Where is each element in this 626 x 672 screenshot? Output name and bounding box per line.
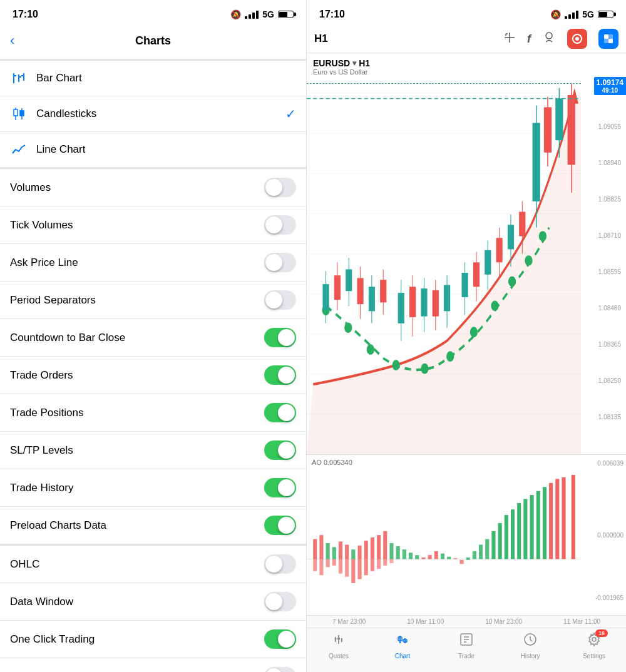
price-time: 49:10: [597, 87, 623, 94]
svg-rect-53: [369, 287, 375, 311]
tick-volumes-toggle[interactable]: [264, 215, 296, 235]
y-label-5: 1.08710: [583, 232, 623, 239]
right-battery: [598, 11, 613, 18]
main-chart[interactable]: EURUSD ▾ H1 Euro vs US Dollar 1.09285 1.…: [307, 53, 626, 455]
trade-history-label: Trade History: [10, 482, 73, 494]
toggle-volumes: Volumes: [0, 169, 306, 206]
period-sep-toggle[interactable]: [264, 290, 296, 310]
switch-button[interactable]: [598, 29, 618, 49]
x-label-3: 11 Mar 11:00: [563, 618, 600, 625]
svg-rect-101: [396, 546, 400, 559]
bottom-nav: Quotes Chart: [307, 628, 626, 672]
countdown-toggle[interactable]: [264, 328, 296, 347]
sl-tp-toggle[interactable]: [264, 440, 296, 460]
svg-rect-116: [491, 531, 495, 559]
svg-rect-104: [415, 555, 419, 559]
y-label-4: 1.08825: [583, 196, 623, 203]
svg-rect-88: [313, 539, 317, 559]
nav-history[interactable]: History: [498, 632, 562, 659]
trade-orders-toggle[interactable]: [264, 365, 296, 385]
one-click-toggle[interactable]: [264, 629, 296, 649]
svg-rect-113: [473, 551, 476, 559]
line-chart-icon: [10, 141, 28, 158]
svg-rect-117: [498, 523, 502, 559]
svg-rect-90: [326, 543, 330, 559]
candlestick-checkmark: ✓: [285, 106, 296, 121]
chart-type-line[interactable]: Line Chart: [0, 132, 306, 168]
right-signal: [565, 11, 578, 19]
nav-trade[interactable]: Trade: [434, 632, 498, 659]
chart-type-bar[interactable]: Bar Chart: [0, 61, 306, 96]
timeframe-button[interactable]: H1: [314, 33, 328, 45]
page-title: Charts: [135, 34, 171, 48]
svg-rect-89: [319, 535, 323, 559]
dashed-price-line: [307, 83, 581, 84]
volumes-toggle[interactable]: [264, 178, 296, 197]
crosshair-icon[interactable]: [503, 31, 516, 47]
svg-rect-93: [345, 544, 349, 559]
candlesticks-label: Candlesticks: [36, 108, 96, 120]
record-button[interactable]: [567, 29, 587, 49]
trading-panel-toggle[interactable]: [264, 667, 296, 672]
trade-history-toggle[interactable]: [264, 478, 296, 497]
svg-rect-139: [377, 559, 381, 568]
nav-quotes[interactable]: Quotes: [307, 632, 371, 659]
x-axis: 7 Mar 23:00 10 Mar 11:00 10 Mar 23:00 11…: [307, 615, 626, 628]
svg-point-38: [446, 351, 454, 362]
svg-rect-127: [562, 477, 565, 559]
period-sep-label: Period Separators: [10, 294, 96, 307]
svg-rect-75: [508, 225, 514, 249]
chart-type-candlesticks[interactable]: Candlesticks ✓: [0, 96, 306, 132]
x-label-0: 7 Mar 23:00: [332, 618, 366, 625]
one-click-label: One Click Trading: [10, 633, 95, 646]
svg-rect-69: [473, 262, 480, 287]
toggle-period-sep: Period Separators: [0, 282, 306, 319]
svg-rect-55: [380, 280, 386, 302]
sub-y-bot: -0.001965: [595, 594, 623, 601]
svg-rect-136: [357, 559, 361, 579]
svg-rect-112: [466, 557, 470, 560]
right-network: 5G: [582, 9, 594, 19]
svg-rect-129: [313, 559, 317, 571]
ohlc-toggle[interactable]: [264, 554, 296, 574]
svg-rect-130: [319, 559, 323, 575]
indicator-icon[interactable]: [542, 31, 556, 48]
sub-chart: AO 0.005340 0.006039 0.000000 -0.001965: [307, 455, 626, 615]
svg-rect-83: [555, 98, 563, 140]
preload-toggle[interactable]: [264, 516, 296, 535]
ask-price-toggle[interactable]: [264, 253, 296, 272]
svg-rect-110: [453, 558, 457, 559]
nav-settings[interactable]: 16 Settings: [562, 632, 626, 659]
left-network: 5G: [262, 9, 274, 19]
svg-rect-103: [409, 552, 413, 559]
svg-rect-96: [364, 541, 368, 559]
toggle-ask-price: Ask Price Line: [0, 244, 306, 282]
svg-point-43: [539, 231, 546, 242]
preload-label: Preload Charts Data: [10, 519, 106, 532]
chart-icon: [395, 632, 410, 651]
svg-rect-19: [604, 34, 608, 39]
trade-positions-toggle[interactable]: [264, 403, 296, 422]
left-time: 17:10: [13, 9, 38, 20]
line-chart-label: Line Chart: [36, 143, 85, 156]
data-window-toggle[interactable]: [264, 592, 296, 611]
svg-rect-10: [20, 111, 24, 116]
svg-rect-111: [459, 560, 463, 564]
settings-label: Settings: [583, 653, 605, 659]
x-label-1: 10 Mar 11:00: [407, 618, 444, 625]
quotes-label: Quotes: [329, 653, 349, 659]
countdown-label: Countdown to Bar Close: [10, 332, 125, 344]
svg-point-39: [470, 327, 478, 337]
nav-chart[interactable]: Chart: [371, 632, 434, 659]
toggle-ohlc: OHLC: [0, 546, 306, 583]
function-icon[interactable]: f: [527, 33, 531, 46]
toggle-trade-orders: Trade Orders: [0, 357, 306, 394]
svg-point-41: [508, 277, 516, 287]
toggle-tick-volumes: Tick Volumes: [0, 206, 306, 244]
svg-point-156: [592, 638, 596, 641]
toggle-countdown: Countdown to Bar Close: [0, 319, 306, 357]
right-bell-icon: 🔕: [550, 9, 561, 19]
sl-tp-label: SL/TP Levels: [10, 444, 73, 457]
bar-chart-label: Bar Chart: [36, 72, 82, 84]
back-button[interactable]: ‹: [10, 30, 19, 51]
